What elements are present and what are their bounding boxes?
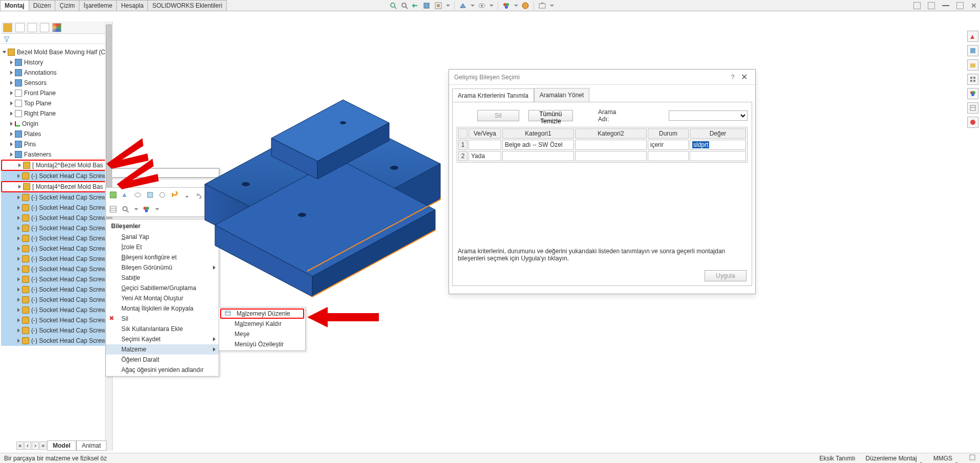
dropdown-caret-icon[interactable] xyxy=(489,5,494,7)
status-extra-icon[interactable] xyxy=(969,454,976,462)
ctx-sub-item[interactable]: Menüyü Özelleştir xyxy=(219,339,305,349)
zoom-selection-icon[interactable] xyxy=(121,205,130,213)
tree-item[interactable]: Right Plane xyxy=(1,108,112,119)
feature-tree[interactable]: Bezel Mold Base Moving Half (C[HistoryAn… xyxy=(1,47,112,439)
tree-item[interactable]: Annotations xyxy=(1,68,112,78)
ctx-item[interactable]: Seçimi Kaydet xyxy=(106,334,219,344)
tab-last-icon[interactable]: » xyxy=(39,442,47,450)
tree-item[interactable]: (-) Socket Head Cap Screw xyxy=(1,336,112,346)
tree-item[interactable]: Origin xyxy=(1,119,112,129)
tree-item[interactable]: Fasteners xyxy=(1,149,112,160)
screen-capture-icon[interactable] xyxy=(538,2,546,10)
tree-item[interactable]: (-) Socket Head Cap Screw xyxy=(1,295,112,305)
tree-item[interactable]: Plates xyxy=(1,129,112,139)
ctx-item[interactable]: Öğeleri Daralt xyxy=(106,355,219,365)
fm-dimx-tab[interactable] xyxy=(40,23,49,32)
tab-cizim[interactable]: Çizim xyxy=(55,0,79,11)
bom-icon[interactable] xyxy=(109,205,117,213)
caret-up-icon[interactable] xyxy=(954,455,958,464)
clear-all-button[interactable]: Tümünü Temizle xyxy=(528,110,573,121)
zoom-area-icon[interactable] xyxy=(400,2,409,10)
appearance-dropdown-icon[interactable] xyxy=(142,205,151,213)
dropdown-caret-icon[interactable] xyxy=(446,5,450,7)
minimize-icon[interactable] xyxy=(942,5,949,6)
hide-icon[interactable] xyxy=(134,191,142,199)
tab-define-criteria[interactable]: Arama Kriterlerini Tanımla xyxy=(452,89,534,102)
tree-root[interactable]: Bezel Mold Base Moving Half (C[ xyxy=(1,47,112,57)
tab-prev-icon[interactable]: ‹ xyxy=(24,442,31,450)
maximize-icon[interactable] xyxy=(956,2,964,9)
dropdown-caret-icon[interactable] xyxy=(155,208,159,210)
fm-config-tab[interactable] xyxy=(28,23,37,32)
tree-item[interactable]: (-) Socket Head Cap Screw xyxy=(1,233,112,244)
dialog-close-icon[interactable]: ✕ xyxy=(738,72,750,82)
taskpane-resources[interactable] xyxy=(967,31,978,42)
ctx-item[interactable]: Malzeme xyxy=(106,344,219,355)
criteria-row[interactable]: 2Yada xyxy=(458,151,746,161)
tab-montaj[interactable]: Montaj xyxy=(0,0,29,11)
filter-icon[interactable] xyxy=(3,35,10,42)
tree-item[interactable]: (-) Socket Head Cap Screw xyxy=(1,254,112,264)
tab-hesapla[interactable]: Hesapla xyxy=(116,0,148,11)
tab-sw-eklentileri[interactable]: SOLIDWORKS Eklentileri xyxy=(147,0,227,11)
hide-show-icon[interactable] xyxy=(478,2,486,10)
tree-item[interactable]: (-) Socket Head Cap Screw xyxy=(1,213,112,223)
taskpane-custom-props[interactable] xyxy=(967,102,978,114)
tab-duzen[interactable]: Düzen xyxy=(29,0,56,11)
dropdown-caret-icon[interactable] xyxy=(514,5,518,7)
caret-up-icon[interactable] xyxy=(919,455,923,464)
ctx-item[interactable]: Ağaç öğesini yeniden adlandır xyxy=(106,365,219,375)
edit-component-icon[interactable] xyxy=(109,191,117,199)
fm-property-tab[interactable] xyxy=(15,23,25,32)
isolate-icon[interactable] xyxy=(158,191,166,199)
tree-item[interactable]: [ Montaj2^Bezel Mold Bas xyxy=(1,160,112,171)
dialog-help-icon[interactable]: ? xyxy=(728,74,738,81)
transparency-icon[interactable] xyxy=(146,191,154,199)
display-style-icon[interactable] xyxy=(459,2,467,10)
tab-next-icon[interactable]: › xyxy=(32,442,39,450)
tree-item[interactable]: (-) Socket Head Cap Screw xyxy=(1,264,112,274)
tree-item[interactable]: (-) Socket Head Cap Screw xyxy=(1,171,112,181)
criteria-row[interactable]: 1Belge adı -- SW Özeliçerirsldprt xyxy=(458,140,746,150)
tree-item[interactable]: Pins xyxy=(1,139,112,149)
restore-child-icon[interactable] xyxy=(913,2,921,9)
dialog-titlebar[interactable]: Gelişmiş Bileşen Seçimi ? ✕ xyxy=(449,70,755,85)
apply-button[interactable]: Uygula xyxy=(705,270,747,281)
status-units[interactable]: MMGS xyxy=(933,455,958,462)
taskpane-appearances[interactable] xyxy=(967,88,978,99)
prev-view-icon[interactable] xyxy=(412,2,420,10)
open-part-icon[interactable] xyxy=(121,191,130,199)
restore-icon[interactable] xyxy=(928,2,935,9)
tree-item[interactable]: Sensors xyxy=(1,78,112,88)
tree-item[interactable]: (-) Socket Head Cap Screw xyxy=(1,325,112,336)
tree-item[interactable]: (-) Socket Head Cap Screw xyxy=(1,315,112,325)
ctx-sub-item[interactable]: Malzemeyi Düzenle xyxy=(220,308,304,319)
ctx-item[interactable]: Sil✖ xyxy=(106,314,219,324)
close-icon[interactable]: ✕ xyxy=(971,2,977,10)
tree-item[interactable]: (-) Socket Head Cap Screw xyxy=(1,244,112,254)
ctx-sub-item[interactable]: Meşe xyxy=(219,329,305,339)
taskpane-view-palette[interactable] xyxy=(967,74,978,85)
section-view-icon[interactable] xyxy=(423,2,431,10)
appearance-icon[interactable] xyxy=(502,2,510,10)
criteria-grid[interactable]: Ve/Veya Kategori1 Kategori2 Durum Değer … xyxy=(457,127,748,163)
view-settings-icon[interactable] xyxy=(434,2,442,10)
tree-item[interactable]: (-) Socket Head Cap Screw xyxy=(1,305,112,315)
fm-tree-tab[interactable] xyxy=(3,23,12,32)
tab-isaretleme[interactable]: İşaretleme xyxy=(79,0,117,11)
dropdown-caret-icon[interactable] xyxy=(134,208,138,210)
tab-animation[interactable]: Animat xyxy=(76,440,106,451)
taskpane-file-explorer[interactable] xyxy=(967,59,978,71)
tab-model[interactable]: Model xyxy=(47,440,76,451)
zoom-fit-icon[interactable] xyxy=(389,2,397,10)
taskpane-forum[interactable] xyxy=(967,117,978,128)
dropdown-caret-icon[interactable] xyxy=(471,5,475,7)
tree-item[interactable]: (-) Socket Head Cap Screw xyxy=(1,274,112,284)
tab-manage-searches[interactable]: Aramaları Yönet xyxy=(534,88,590,102)
ctx-item[interactable]: Sık Kullanılanlara Ekle xyxy=(106,324,219,334)
tab-first-icon[interactable]: « xyxy=(16,442,24,450)
tree-item[interactable]: (-) Socket Head Cap Screw xyxy=(1,192,112,203)
tree-item[interactable]: Front Plane xyxy=(1,88,112,98)
tree-item[interactable]: Top Plane xyxy=(1,98,112,108)
dropdown-caret-icon[interactable] xyxy=(550,5,554,7)
